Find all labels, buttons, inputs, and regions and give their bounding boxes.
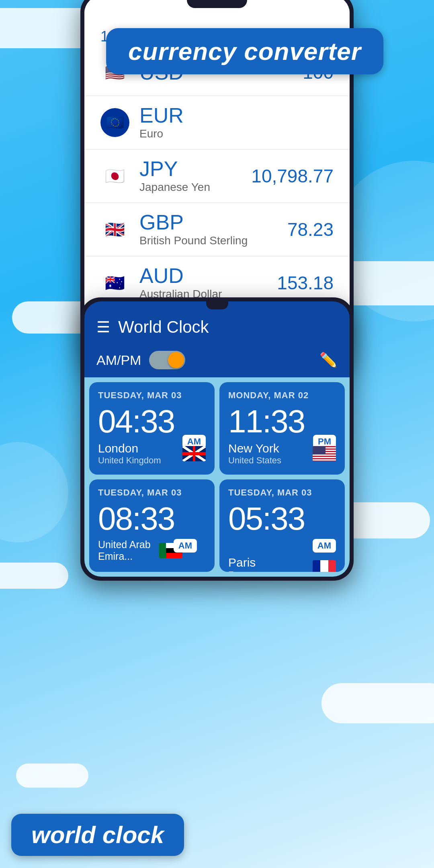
clock-card-newyork: MONDAY, MAR 02 11:33 PM New York United … bbox=[219, 382, 345, 475]
currency-name-jpy: Japanese Yen bbox=[139, 181, 251, 194]
currency-badge-text: currency converter bbox=[128, 37, 361, 65]
ampm-toggle[interactable] bbox=[149, 351, 185, 369]
card-city-newyork: New York bbox=[228, 442, 281, 455]
card-country-paris: France bbox=[228, 569, 256, 572]
card-date-paris: TUESDAY, MAR 03 bbox=[228, 487, 336, 498]
card-city-row-uae: United Arab Emira... bbox=[98, 539, 182, 562]
currency-info-jpy: JPY Japanese Yen bbox=[139, 158, 251, 194]
card-ampm-uae: AM bbox=[174, 539, 197, 553]
card-ampm-paris: AM bbox=[313, 539, 336, 553]
card-time-london: 04:33 bbox=[98, 405, 206, 438]
clock-card-london: TUESDAY, MAR 03 04:33 AM London United K… bbox=[89, 382, 215, 475]
card-time-uae: 08:33 bbox=[98, 502, 206, 536]
currency-row-jpy: 🇯🇵 JPY Japanese Yen 10,798.77 bbox=[84, 149, 350, 203]
toggle-knob bbox=[168, 352, 184, 368]
city-info-newyork: New York United States bbox=[228, 442, 281, 466]
currency-converter-badge: currency converter bbox=[106, 28, 383, 74]
flag-aud: 🇦🇺 bbox=[100, 268, 129, 297]
card-date-newyork: MONDAY, MAR 02 bbox=[228, 390, 336, 401]
hamburger-icon[interactable]: ☰ bbox=[96, 318, 110, 336]
currency-row-gbp: 🇬🇧 GBP British Pound Sterling 78.23 bbox=[84, 203, 350, 256]
currency-name-gbp: British Pound Sterling bbox=[139, 234, 287, 247]
flag-fr bbox=[313, 560, 336, 572]
card-date-uae: TUESDAY, MAR 03 bbox=[98, 487, 206, 498]
card-city-paris: Paris bbox=[228, 556, 256, 569]
card-country-london: United Kingdom bbox=[98, 455, 161, 466]
card-city-uae: United Arab Emira... bbox=[98, 539, 159, 562]
currency-code-eur: EUR bbox=[139, 105, 334, 126]
ampm-label: AM/PM bbox=[96, 352, 141, 368]
clock-card-uae: TUESDAY, MAR 03 08:33 AM United Arab Emi… bbox=[89, 479, 215, 572]
flag-gbp: 🇬🇧 bbox=[100, 215, 129, 244]
card-city-row-paris: Paris France bbox=[228, 556, 336, 572]
currency-info-gbp: GBP British Pound Sterling bbox=[139, 212, 287, 247]
world-clock-badge: world clock bbox=[11, 814, 184, 856]
edit-icon[interactable]: ✏️ bbox=[319, 352, 338, 368]
currency-code-jpy: JPY bbox=[139, 158, 251, 179]
card-time-newyork: 11:33 bbox=[228, 405, 336, 438]
world-clock-phone: ☰ World Clock AM/PM ✏️ TUESDAY, MAR 03 0… bbox=[80, 297, 354, 581]
currency-info-eur: EUR Euro bbox=[139, 105, 334, 140]
clock-card-paris: TUESDAY, MAR 03 05:33 AM Paris France bbox=[219, 479, 345, 572]
flag-jpy: 🇯🇵 bbox=[100, 162, 129, 190]
world-clock-title: World Clock bbox=[118, 317, 338, 337]
currency-value-gbp: 78.23 bbox=[287, 219, 334, 240]
currency-value-jpy: 10,798.77 bbox=[251, 165, 334, 187]
currency-code-gbp: GBP bbox=[139, 212, 287, 233]
currency-row-eur: 🇪🇺 EUR Euro bbox=[84, 96, 350, 149]
card-city-london: London bbox=[98, 442, 161, 455]
flag-uk bbox=[182, 446, 206, 461]
city-info-london: London United Kingdom bbox=[98, 442, 161, 466]
city-info-uae: United Arab Emira... bbox=[98, 539, 159, 562]
city-info-paris: Paris France bbox=[228, 556, 256, 572]
clock-grid: TUESDAY, MAR 03 04:33 AM London United K… bbox=[84, 377, 350, 577]
card-time-paris: 05:33 bbox=[228, 502, 336, 536]
flag-eur: 🇪🇺 bbox=[100, 108, 129, 137]
currency-code-aud: AUD bbox=[139, 265, 277, 286]
currency-value-aud: 153.18 bbox=[277, 272, 334, 294]
currency-name-eur: Euro bbox=[139, 127, 334, 140]
flag-us bbox=[313, 446, 336, 461]
card-date-london: TUESDAY, MAR 03 bbox=[98, 390, 206, 401]
card-country-newyork: United States bbox=[228, 455, 281, 466]
currency-info-aud: AUD Australian Dollar bbox=[139, 265, 277, 301]
world-clock-badge-text: world clock bbox=[31, 821, 164, 848]
world-clock-header: ☰ World Clock bbox=[84, 309, 350, 345]
ampm-row: AM/PM ✏️ bbox=[84, 345, 350, 377]
